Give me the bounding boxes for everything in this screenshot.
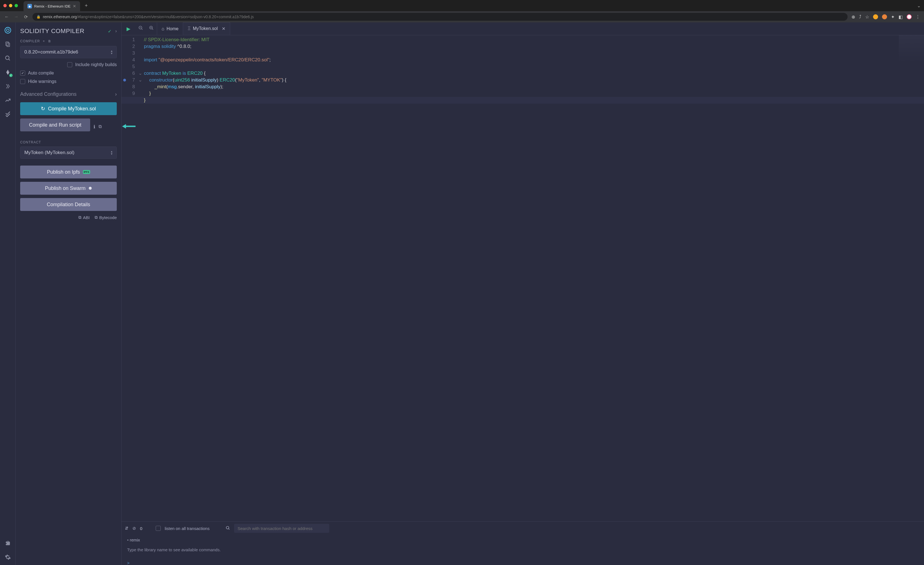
abi-link[interactable]: ⧉ ABI bbox=[78, 215, 90, 220]
back-button[interactable]: ← bbox=[4, 14, 9, 20]
sidepanel-icon[interactable]: ◧ bbox=[898, 14, 903, 20]
terminal: ⇵ ⊘ 0 listen on all transactions • remix… bbox=[122, 521, 924, 565]
lock-icon: 🔒 bbox=[36, 15, 40, 19]
window-controls bbox=[3, 4, 18, 7]
compile-button-label: Compile MyToken.sol bbox=[48, 106, 96, 112]
compiler-panel: SOLIDITY COMPILER ✓ › COMPILER + 🗎 0.8.2… bbox=[16, 23, 122, 565]
new-tab-button[interactable]: + bbox=[83, 3, 90, 9]
bookmark-icon[interactable]: ☆ bbox=[865, 14, 869, 20]
listen-label: listen on all transactions bbox=[165, 526, 210, 531]
advanced-config-toggle[interactable]: Advanced Configurations › bbox=[20, 87, 117, 102]
browser-right-icons: ⊕ ⤴ ☆ ✦ ◧ ⋮ bbox=[852, 14, 920, 20]
solidity-file-icon: Ξ bbox=[188, 26, 190, 31]
svg-point-0 bbox=[5, 27, 10, 33]
forward-button[interactable]: → bbox=[14, 14, 19, 20]
compile-button[interactable]: ↻ Compile MyToken.sol bbox=[20, 102, 117, 115]
compiler-label: COMPILER bbox=[20, 39, 40, 43]
remix-logo-icon[interactable] bbox=[4, 26, 12, 34]
run-icon[interactable]: ▶ bbox=[122, 26, 135, 32]
svg-point-15 bbox=[226, 526, 229, 529]
copy-icon: ⧉ bbox=[94, 215, 98, 220]
zoom-in-icon[interactable] bbox=[146, 26, 157, 32]
svg-rect-3 bbox=[7, 43, 9, 47]
publish-swarm-label: Publish on Swarm bbox=[45, 185, 86, 191]
compilation-details-button[interactable]: Compilation Details bbox=[20, 198, 117, 211]
search-icon[interactable] bbox=[226, 526, 230, 531]
browser-tab-bar: ◆ Remix - Ethereum IDE ✕ + ⌄ bbox=[0, 0, 924, 11]
fold-icon[interactable]: ⌄ bbox=[138, 70, 144, 77]
file-tab-label: MyToken.sol bbox=[193, 26, 218, 31]
add-compiler-icon[interactable]: + bbox=[43, 39, 45, 43]
terminal-expand-icon[interactable]: ⇵ bbox=[125, 526, 129, 531]
include-nightly-checkbox[interactable] bbox=[67, 62, 72, 67]
extension-icon-1[interactable] bbox=[873, 14, 878, 20]
pending-tx-count: 0 bbox=[140, 526, 142, 531]
tabs-dropdown-icon[interactable]: ⌄ bbox=[917, 3, 921, 8]
terminal-output[interactable]: • remix Type the library name to see ava… bbox=[122, 535, 924, 565]
main-editor-area: ▶ ⌂ Home Ξ MyToken.sol ✕ 1 2 3 4 bbox=[122, 23, 924, 565]
svg-point-1 bbox=[6, 29, 9, 32]
search-icon[interactable] bbox=[4, 54, 12, 62]
browser-tab[interactable]: ◆ Remix - Ethereum IDE ✕ bbox=[24, 1, 80, 11]
compilation-details-label: Compilation Details bbox=[47, 202, 90, 207]
publish-swarm-button[interactable]: Publish on Swarm ⚉ bbox=[20, 182, 117, 195]
share-icon[interactable]: ⤴ bbox=[859, 14, 861, 20]
compiler-version-select[interactable]: 0.8.20+commit.a1b79de6 ▴▾ bbox=[20, 46, 117, 58]
contract-value: MyToken (MyToken.sol) bbox=[24, 150, 75, 155]
compile-run-script-button[interactable]: Compile and Run script bbox=[20, 119, 90, 131]
close-window[interactable] bbox=[3, 4, 7, 7]
fold-icon[interactable]: ⌄ bbox=[138, 77, 144, 84]
breakpoint-icon[interactable] bbox=[123, 79, 126, 81]
terminal-clear-icon[interactable]: ⊘ bbox=[132, 526, 136, 531]
publish-ipfs-button[interactable]: Publish on Ipfs IPFS bbox=[20, 165, 117, 179]
auto-compile-checkbox[interactable] bbox=[20, 71, 25, 76]
svg-point-4 bbox=[5, 56, 9, 60]
address-bar[interactable]: 🔒 remix.ethereum.org/#lang=en&optimize=f… bbox=[33, 13, 848, 21]
url-host: remix.ethereum.org bbox=[43, 15, 77, 19]
chevron-right-icon: › bbox=[115, 91, 117, 97]
ipfs-icon: IPFS bbox=[83, 170, 90, 174]
file-tab[interactable]: Ξ MyToken.sol ✕ bbox=[183, 23, 230, 35]
hide-warnings-checkbox[interactable] bbox=[20, 79, 25, 84]
analytics-icon[interactable] bbox=[4, 96, 12, 104]
listen-checkbox[interactable] bbox=[156, 526, 161, 531]
info-icon[interactable]: ℹ bbox=[93, 124, 95, 129]
file-icon[interactable]: 🗎 bbox=[48, 39, 51, 43]
bytecode-link[interactable]: ⧉ Bytecode bbox=[94, 215, 117, 220]
settings-icon[interactable] bbox=[4, 553, 12, 561]
panel-title: SOLIDITY COMPILER bbox=[20, 27, 84, 35]
home-icon: ⌂ bbox=[162, 26, 164, 32]
copy-icon[interactable]: ⧉ bbox=[99, 124, 102, 129]
panel-chevron-icon[interactable]: › bbox=[116, 29, 117, 34]
contract-label: CONTRACT bbox=[20, 140, 117, 144]
profile-icon[interactable] bbox=[907, 14, 912, 20]
zoom-icon[interactable]: ⊕ bbox=[852, 14, 855, 20]
maximize-window[interactable] bbox=[15, 4, 18, 7]
url-path: /#lang=en&optimize=false&runs=200&evmVer… bbox=[77, 15, 254, 19]
contract-select[interactable]: MyToken (MyToken.sol) ▴▾ bbox=[20, 146, 117, 159]
tab-title: Remix - Ethereum IDE bbox=[34, 4, 70, 8]
close-tab-icon[interactable]: ✕ bbox=[222, 26, 225, 32]
compile-ok-icon: ✓ bbox=[108, 29, 111, 34]
reload-button[interactable]: ⟳ bbox=[23, 14, 28, 20]
minimize-window[interactable] bbox=[9, 4, 12, 7]
address-bar-row: ← → ⟳ 🔒 remix.ethereum.org/#lang=en&opti… bbox=[0, 11, 924, 23]
plugin-manager-icon[interactable] bbox=[4, 539, 12, 547]
metamask-icon[interactable] bbox=[882, 14, 887, 20]
tab-close-icon[interactable]: ✕ bbox=[73, 4, 76, 8]
home-tab[interactable]: ⌂ Home bbox=[157, 23, 183, 35]
compiler-version-value: 0.8.20+commit.a1b79de6 bbox=[24, 49, 78, 55]
file-explorer-icon[interactable] bbox=[4, 41, 12, 48]
zoom-out-icon[interactable] bbox=[135, 26, 146, 32]
extensions-icon[interactable]: ✦ bbox=[891, 14, 895, 20]
line-number-gutter: 1 2 3 4 5 6 7 8 9 10 bbox=[122, 35, 138, 521]
solidity-compiler-icon[interactable]: ✓ bbox=[4, 68, 12, 76]
terminal-prompt[interactable]: > bbox=[127, 559, 918, 565]
deploy-run-icon[interactable] bbox=[4, 83, 12, 90]
terminal-search-input[interactable] bbox=[234, 524, 329, 533]
minimap[interactable] bbox=[899, 35, 924, 75]
menu-icon[interactable]: ⋮ bbox=[916, 14, 920, 20]
debugger-icon[interactable] bbox=[4, 110, 12, 118]
code-editor[interactable]: 1 2 3 4 5 6 7 8 9 10 ⌄ ⌄ // SPDX-License… bbox=[122, 35, 924, 521]
code-content[interactable]: // SPDX-License-Identifier: MIT pragma s… bbox=[144, 35, 924, 521]
